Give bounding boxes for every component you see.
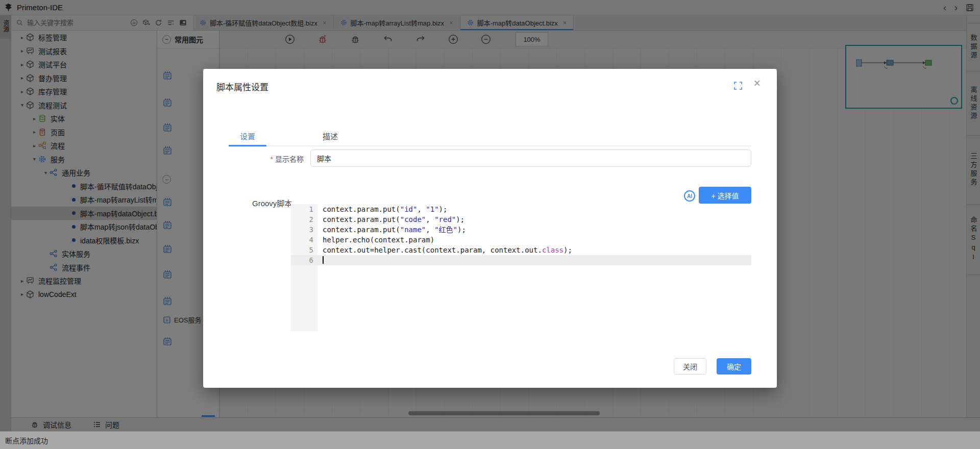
text-cursor [323,256,324,264]
ai-generate-icon[interactable]: AI [684,190,695,202]
groovy-script-label: Groovy脚本 [252,197,292,208]
select-value-button[interactable]: + 选择值 [699,187,751,204]
line-number: 1 [291,204,317,214]
code-line[interactable]: 4helper.echo(context.param) [291,235,751,245]
status-message: 断点添加成功 [5,435,48,445]
code-line-text: context.param.put("name", "红色"); [317,224,466,235]
required-mark: * [271,155,273,163]
tab-description[interactable]: 描述 [311,126,349,145]
line-number: 2 [291,214,317,224]
tab-settings[interactable]: 设置 [229,126,266,145]
code-line-text: context.param.put("id", "1"); [317,204,447,214]
dialog-tab-bar: 设置 描述 [229,126,751,146]
maximize-icon[interactable] [734,82,742,90]
code-line[interactable]: 5context.out=helper.cast(context.param, … [291,245,751,255]
line-number: 5 [291,245,317,255]
display-name-label: *显示名称 [203,154,304,164]
groovy-code-editor[interactable]: 1context.param.put("id", "1");2context.p… [291,204,751,331]
code-line[interactable]: 2context.param.put("code", "red"); [291,214,751,224]
dialog-title: 脚本属性设置 [216,80,268,93]
display-name-input[interactable] [310,149,751,167]
status-bar: 断点添加成功 [0,431,980,449]
line-number: 4 [291,235,317,245]
script-properties-dialog: 脚本属性设置 × 设置 描述 *显示名称 Groovy脚本 AI + 选择值 1… [203,69,777,388]
line-number: 6 [291,255,317,265]
code-line[interactable]: 6 [291,255,751,265]
confirm-button[interactable]: 确定 [717,358,751,375]
application-window: Primeton-IDE ‹ › 资源 AI ▸标签 [0,0,980,449]
code-line[interactable]: 3context.param.put("name", "红色"); [291,224,751,235]
code-line[interactable]: 1context.param.put("id", "1"); [291,204,751,214]
code-line-text: context.param.put("code", "red"); [317,214,464,224]
code-line-text: helper.echo(context.param) [317,235,434,245]
close-button[interactable]: 关闭 [674,358,706,375]
line-number: 3 [291,224,317,235]
code-line-text: context.out=helper.cast(context.param, c… [317,245,572,255]
code-line-text [317,255,324,265]
close-icon[interactable]: × [754,78,761,89]
